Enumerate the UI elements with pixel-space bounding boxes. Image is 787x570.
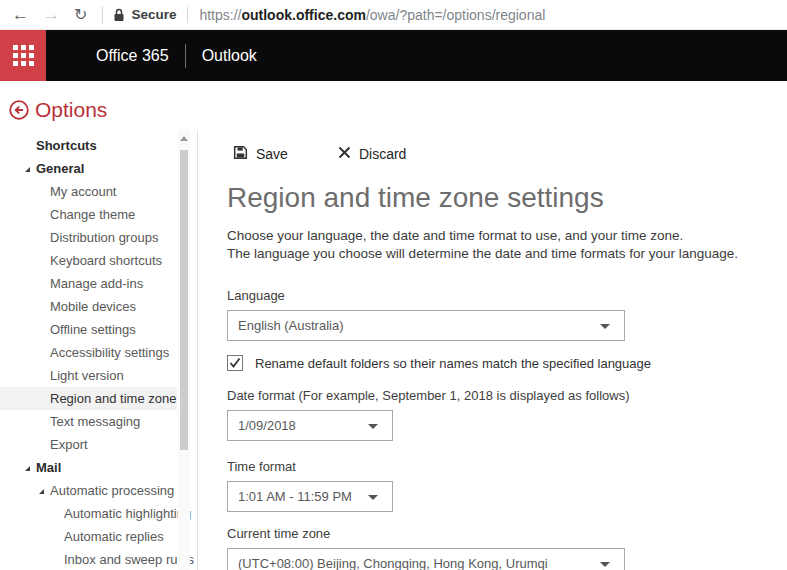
- waffle-icon: [13, 45, 34, 66]
- lock-icon: [113, 8, 125, 22]
- time-zone-selected-value: (UTC+08:00) Beijing, Chongqing, Hong Kon…: [228, 556, 548, 570]
- sidebar-item-my-account[interactable]: My account: [0, 180, 177, 203]
- discard-x-icon: [338, 145, 351, 163]
- language-select[interactable]: English (Australia): [227, 310, 625, 341]
- chevron-down-icon: [600, 562, 610, 567]
- browser-refresh-icon[interactable]: ↻: [67, 7, 94, 23]
- browser-toolbar: ← → ↻ Secure https://outlook.office.com/…: [0, 0, 787, 30]
- header-divider: [185, 44, 186, 68]
- chevron-down-icon: [368, 495, 378, 500]
- settings-toolbar: Save Discard: [227, 144, 787, 164]
- time-format-selected-value: 1:01 AM - 11:59 PM: [228, 489, 352, 504]
- sidebar-item-distribution-groups[interactable]: Distribution groups: [0, 226, 177, 249]
- sidebar-item-automatic-processing[interactable]: Automatic processing: [0, 479, 177, 502]
- expand-triangle-icon: [25, 167, 30, 172]
- page-title: Region and time zone settings: [227, 182, 787, 214]
- rename-folders-label: Rename default folders so their names ma…: [255, 356, 651, 371]
- date-format-select[interactable]: 1/09/2018: [227, 410, 393, 441]
- sidebar-item-accessibility-settings[interactable]: Accessibility settings: [0, 341, 177, 364]
- outlook-link[interactable]: Outlook: [202, 47, 257, 65]
- options-nav-sidebar: Shortcuts General My account Change them…: [0, 134, 177, 570]
- language-label: Language: [227, 288, 787, 303]
- sidebar-item-text-messaging[interactable]: Text messaging: [0, 410, 177, 433]
- sidebar-item-export[interactable]: Export: [0, 433, 177, 456]
- browser-forward-icon[interactable]: →: [36, 6, 67, 23]
- browser-back-icon[interactable]: ←: [5, 6, 36, 23]
- description-line: The language you choose will determine t…: [227, 245, 787, 263]
- expand-triangle-icon: [25, 466, 30, 471]
- address-url[interactable]: https://outlook.office.com/owa/?path=/op…: [199, 7, 545, 23]
- region-settings-panel: Save Discard Region and time zone settin…: [198, 130, 787, 570]
- time-zone-select[interactable]: (UTC+08:00) Beijing, Chongqing, Hong Kon…: [227, 548, 625, 570]
- url-scheme: https://: [199, 7, 241, 23]
- save-button[interactable]: Save: [233, 145, 288, 164]
- sidebar-item-mobile-devices[interactable]: Mobile devices: [0, 295, 177, 318]
- expand-triangle-icon: [39, 489, 44, 494]
- time-zone-label: Current time zone: [227, 526, 787, 541]
- sidebar-item-region-and-time-zone[interactable]: Region and time zone: [0, 387, 177, 410]
- app-launcher-button[interactable]: [0, 30, 46, 81]
- save-button-label: Save: [256, 146, 288, 162]
- sidebar-item-mail[interactable]: Mail: [0, 456, 177, 479]
- sidebar-item-automatic-highlighting[interactable]: Automatic highlighting: [0, 502, 177, 525]
- sidebar-item-shortcuts[interactable]: Shortcuts: [0, 134, 177, 157]
- url-path: /owa/?path=/options/regional: [366, 7, 545, 23]
- secure-divider: [187, 7, 188, 23]
- options-page-title: Options: [35, 98, 107, 122]
- sidebar-item-general[interactable]: General: [0, 157, 177, 180]
- sidebar-item-offline-settings[interactable]: Offline settings: [0, 318, 177, 341]
- description-line: Choose your language, the date and time …: [227, 227, 787, 245]
- time-format-select[interactable]: 1:01 AM - 11:59 PM: [227, 481, 393, 512]
- sidebar-item-change-theme[interactable]: Change theme: [0, 203, 177, 226]
- date-format-label: Date format (For example, September 1, 2…: [227, 388, 787, 403]
- save-floppy-icon: [233, 145, 248, 164]
- discard-button-label: Discard: [359, 146, 406, 162]
- options-header: Options: [8, 98, 107, 122]
- chevron-down-icon: [368, 424, 378, 429]
- sidebar-item-manage-add-ins[interactable]: Manage add-ins: [0, 272, 177, 295]
- date-format-selected-value: 1/09/2018: [228, 418, 296, 433]
- sidebar-item-keyboard-shortcuts[interactable]: Keyboard shortcuts: [0, 249, 177, 272]
- owa-options-screen: ← → ↻ Secure https://outlook.office.com/…: [0, 0, 787, 570]
- sidebar-item-automatic-replies[interactable]: Automatic replies: [0, 525, 177, 548]
- back-to-mail-button[interactable]: [8, 99, 30, 121]
- office-365-link[interactable]: Office 365: [96, 47, 169, 65]
- scrollbar-up-arrow-icon[interactable]: [180, 136, 188, 141]
- chevron-down-icon: [600, 324, 610, 329]
- rename-folders-row: Rename default folders so their names ma…: [227, 355, 787, 371]
- discard-button[interactable]: Discard: [338, 145, 406, 163]
- time-format-label: Time format: [227, 459, 787, 474]
- address-bar-divider: [102, 6, 103, 24]
- office-header: Office 365 Outlook: [0, 30, 787, 81]
- sidebar-item-light-version[interactable]: Light version: [0, 364, 177, 387]
- url-host: outlook.office.com: [241, 7, 365, 23]
- security-label: Secure: [131, 7, 176, 22]
- page-description: Choose your language, the date and time …: [227, 227, 787, 263]
- language-selected-value: English (Australia): [228, 318, 344, 333]
- sidebar-scrollbar[interactable]: [178, 130, 190, 570]
- rename-folders-checkbox[interactable]: [227, 355, 243, 371]
- scrollbar-thumb[interactable]: [180, 150, 188, 450]
- sidebar-item-inbox-and-sweep-rules[interactable]: Inbox and sweep rules: [0, 548, 177, 570]
